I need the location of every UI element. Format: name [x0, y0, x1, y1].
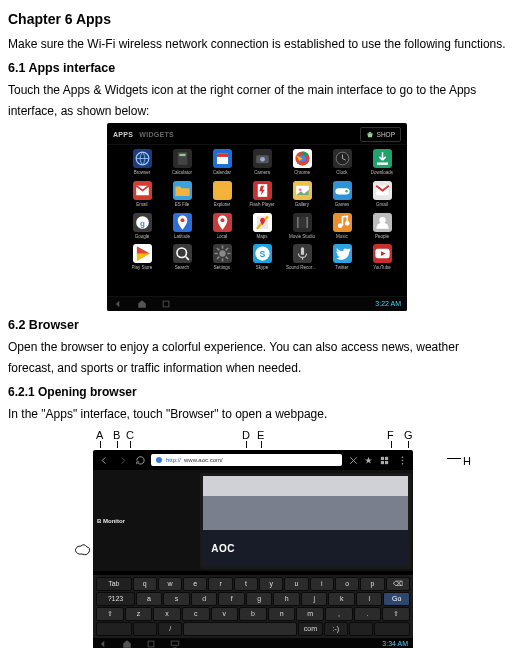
keyboard-key: k	[328, 592, 355, 606]
keyboard-key: ⇧	[96, 607, 124, 621]
keyboard-key: x	[153, 607, 181, 621]
svg-rect-37	[380, 456, 383, 459]
app-icon: Flash Player	[247, 181, 277, 209]
bookmarks-icon	[377, 453, 391, 467]
keyboard-key: r	[208, 577, 232, 591]
svg-rect-39	[380, 460, 383, 463]
keyboard-key: ⌫	[386, 577, 410, 591]
app-icon: Gmail	[367, 181, 397, 209]
svg-point-30	[219, 251, 225, 257]
keyboard-key	[374, 622, 410, 636]
app-icon: Latitude	[167, 213, 197, 241]
menu-icon	[395, 453, 409, 467]
svg-point-42	[401, 459, 403, 461]
app-icon: People	[367, 213, 397, 241]
svg-rect-40	[384, 460, 387, 463]
keyboard-key: g	[246, 592, 273, 606]
section-6-2-1-title: 6.2.1 Opening browser	[8, 382, 506, 402]
keyboard-key: Tab	[96, 577, 131, 591]
keyboard-key: h	[273, 592, 300, 606]
app-icon: Search	[167, 244, 197, 272]
section-6-2-1-body: In the "Apps" interface, touch "Browser"…	[8, 404, 506, 424]
svg-point-29	[176, 248, 186, 258]
svg-rect-44	[148, 641, 154, 647]
svg-rect-4	[216, 154, 227, 157]
keyboard-key	[349, 622, 373, 636]
section-6-1-body: Touch the Apps & Widgets icon at the rig…	[8, 80, 506, 121]
keyboard-key: j	[301, 592, 328, 606]
svg-point-43	[401, 462, 403, 464]
keyboard-key: /	[158, 622, 182, 636]
home-icon	[122, 639, 132, 648]
browser-forward-icon	[115, 453, 129, 467]
brand-logo: AOC	[211, 540, 235, 557]
app-icon: Maps	[247, 213, 277, 241]
svg-rect-35	[163, 301, 169, 307]
tab-apps: APPS	[113, 129, 133, 141]
apps-screenshot: APPS WIDGETS SHOP BrowserCalculatorCalen…	[107, 123, 407, 311]
chapter-title: Chapter 6 Apps	[8, 8, 506, 32]
app-icon: Chrome	[287, 149, 317, 177]
keyboard-key: :-)	[324, 622, 348, 636]
svg-point-27	[344, 220, 349, 225]
keyboard-key: v	[211, 607, 239, 621]
svg-rect-38	[384, 456, 387, 459]
svg-rect-23	[296, 217, 307, 228]
app-icon: Twitter	[327, 244, 357, 272]
keyboard-key: ⇧	[382, 607, 410, 621]
app-icon: Downloads	[367, 149, 397, 177]
svg-rect-25	[306, 217, 308, 228]
svg-text:g: g	[140, 218, 145, 227]
svg-point-14	[298, 188, 301, 191]
keyboard-key: i	[310, 577, 334, 591]
keyboard-key: z	[125, 607, 153, 621]
keyboard-key: ?123	[96, 592, 135, 606]
svg-rect-45	[171, 641, 179, 645]
section-6-2-title: 6.2 Browser	[8, 315, 506, 336]
svg-point-6	[260, 157, 265, 162]
keyboard-key: b	[239, 607, 267, 621]
app-icon: YouTube	[367, 244, 397, 272]
browser-viewport: B Monitor AOC	[93, 470, 413, 571]
keyboard-key: l	[356, 592, 383, 606]
keyboard-key: ,	[325, 607, 353, 621]
keyboard-key: a	[136, 592, 163, 606]
url-bar: http:// www.aoc.com/	[151, 454, 342, 466]
svg-point-20	[180, 218, 184, 222]
app-icon: gGoogle	[127, 213, 157, 241]
page-side-text: B Monitor	[93, 471, 206, 571]
keyboard-hide-icon	[170, 639, 180, 648]
svg-point-16	[345, 190, 347, 192]
keyboard-key	[133, 622, 157, 636]
keyboard-key: o	[335, 577, 359, 591]
app-icon: Calculator	[167, 149, 197, 177]
app-icon: ES File	[167, 181, 197, 209]
keyboard-key: c	[182, 607, 210, 621]
recent-icon	[161, 299, 171, 309]
keyboard-space	[183, 622, 297, 636]
shop-button: SHOP	[360, 127, 401, 142]
keyboard-key: com	[298, 622, 322, 636]
svg-point-41	[401, 456, 403, 458]
keyboard-key: q	[133, 577, 157, 591]
app-icon: Email	[127, 181, 157, 209]
stop-icon	[346, 453, 360, 467]
keyboard-key: f	[218, 592, 245, 606]
app-icon: Games	[327, 181, 357, 209]
keyboard-key	[96, 622, 132, 636]
app-icon: Explorer	[207, 181, 237, 209]
keyboard-key: d	[191, 592, 218, 606]
keyboard-key: y	[259, 577, 283, 591]
recent-icon	[146, 639, 156, 648]
site-icon	[155, 456, 163, 464]
keyboard-key: u	[284, 577, 308, 591]
callout-connector-left	[75, 542, 91, 562]
back-icon	[113, 299, 123, 309]
callout-h: H	[463, 452, 471, 471]
app-icon: Camera	[247, 149, 277, 177]
svg-point-36	[156, 457, 162, 463]
app-icon: Movie Studio	[287, 213, 317, 241]
app-icon: Sound Recorder	[287, 244, 317, 272]
keyboard-key: t	[234, 577, 258, 591]
browser-refresh-icon	[133, 453, 147, 467]
